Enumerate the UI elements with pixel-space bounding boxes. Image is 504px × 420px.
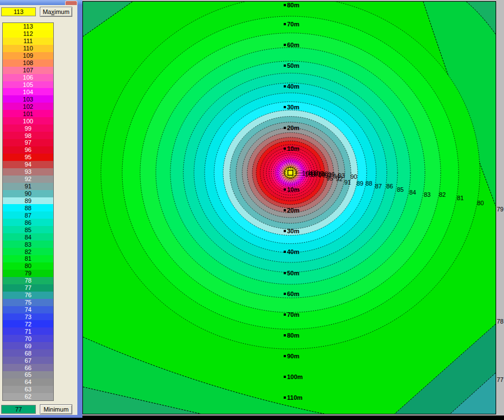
scale-row-110: 110 — [3, 45, 53, 52]
scale-row-64: 64 — [3, 379, 53, 386]
scale-row-97: 97 — [3, 139, 53, 146]
color-scale-legend: 1131121111101091081071061051041031021011… — [2, 22, 54, 401]
panel-bottom-border — [0, 415, 82, 418]
scale-row-66: 66 — [3, 364, 53, 371]
scale-row-102: 102 — [3, 103, 53, 110]
scale-row-69: 69 — [3, 342, 53, 349]
scale-row-65: 65 — [3, 371, 53, 379]
scale-row-109: 109 — [3, 52, 53, 59]
contour-value-label: 78 — [497, 318, 503, 325]
scale-row-108: 108 — [3, 59, 53, 67]
max-value-field[interactable]: 113 — [1, 7, 36, 16]
scale-row-104: 104 — [3, 88, 53, 95]
screenshot-root: { "scale_panel": { "max_value": "113", "… — [0, 0, 504, 420]
scale-row-79: 79 — [3, 270, 53, 277]
scale-row-71: 71 — [3, 327, 53, 335]
scale-row-78: 78 — [3, 277, 53, 284]
scale-row-107: 107 — [3, 67, 53, 74]
scale-row-73: 73 — [3, 313, 53, 321]
scale-row-100: 100 — [3, 117, 53, 124]
scale-row-82: 82 — [3, 248, 53, 255]
scale-row-90: 90 — [3, 190, 53, 197]
contour-value-label: 77 — [497, 376, 503, 383]
scale-row-87: 87 — [3, 211, 53, 219]
scale-row-86: 86 — [3, 219, 53, 226]
scale-row-89: 89 — [3, 197, 53, 205]
scale-row-85: 85 — [3, 226, 53, 233]
panel-right-border — [77, 5, 82, 415]
noise-contour-map[interactable] — [82, 1, 496, 414]
scale-row-103: 103 — [3, 95, 53, 103]
scale-row-105: 105 — [3, 81, 53, 89]
scale-row-70: 70 — [3, 335, 53, 342]
scale-row-75: 75 — [3, 299, 53, 306]
scale-row-94: 94 — [3, 161, 53, 168]
scale-row-81: 81 — [3, 255, 53, 262]
panel-titlebar[interactable] — [0, 0, 82, 5]
contour-plot — [83, 2, 496, 414]
scale-row-92: 92 — [3, 176, 53, 183]
scale-panel-window: 113 Maximum 1131121111101091081071061051… — [0, 0, 82, 420]
scale-row-106: 106 — [3, 74, 53, 81]
scale-row-113: 113 — [3, 23, 53, 30]
scale-row-84: 84 — [3, 233, 53, 241]
scale-row-112: 112 — [3, 30, 53, 38]
scale-row-74: 74 — [3, 306, 53, 313]
scale-row-62: 62 — [3, 393, 53, 400]
minimum-button[interactable]: Minimum — [40, 404, 72, 414]
map-window: 80m70m60m50m40m30m20m10m10m20m30m40m50m6… — [82, 0, 504, 420]
scale-row-95: 95 — [3, 154, 53, 161]
scale-row-98: 98 — [3, 132, 53, 139]
scale-row-77: 77 — [3, 284, 53, 292]
scale-row-80: 80 — [3, 262, 53, 270]
scale-row-83: 83 — [3, 241, 53, 248]
scale-row-91: 91 — [3, 183, 53, 190]
scale-row-99: 99 — [3, 124, 53, 132]
scale-row-67: 67 — [3, 357, 53, 364]
scale-row-111: 111 — [3, 38, 53, 45]
panel-body: 113 Maximum 1131121111101091081071061051… — [0, 5, 77, 415]
map-bottom-strip — [82, 416, 504, 420]
scale-row-93: 93 — [3, 168, 53, 176]
maximum-button-label: Maximum — [43, 8, 70, 15]
scale-row-88: 88 — [3, 204, 53, 211]
scale-row-76: 76 — [3, 292, 53, 299]
contour-value-label: 79 — [497, 206, 503, 213]
min-value-field[interactable]: 77 — [1, 405, 36, 414]
maximum-button[interactable]: Maximum — [40, 7, 72, 17]
scale-row-96: 96 — [3, 146, 53, 154]
scale-row-63: 63 — [3, 386, 53, 393]
minimum-button-label: Minimum — [44, 406, 69, 413]
scale-row-68: 68 — [3, 349, 53, 357]
scale-row-72: 72 — [3, 320, 53, 327]
scale-row-101: 101 — [3, 110, 53, 117]
